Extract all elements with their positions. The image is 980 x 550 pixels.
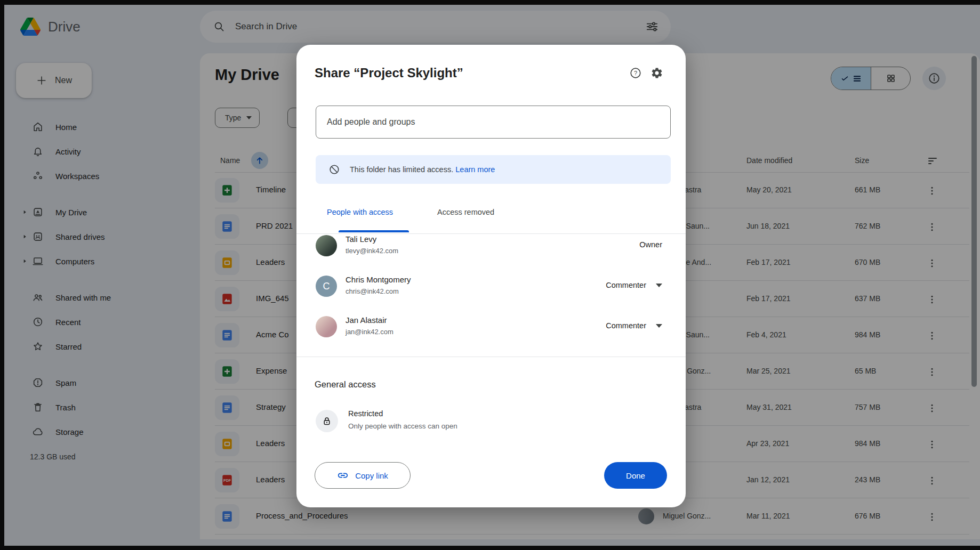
limited-access-banner: This folder has limited access. Learn mo…: [316, 155, 671, 184]
google-drive-app: Drive ?: [0, 0, 980, 550]
svg-text:?: ?: [634, 70, 637, 76]
block-icon: [328, 164, 340, 175]
tab-access-removed[interactable]: Access removed: [437, 208, 494, 216]
window-edge: [0, 0, 4, 550]
add-people-input[interactable]: [316, 106, 671, 139]
person-avatar: [316, 235, 337, 256]
general-access-description: Only people with access can open: [348, 422, 457, 430]
people-with-access-list: Tali Levy tlevy@ink42.com Owner C Chris …: [296, 225, 686, 347]
dialog-title: Share “Project Skylight”: [315, 66, 625, 80]
person-row: C Chris Montgomery chris@ink42.com Comme…: [296, 266, 686, 306]
lock-icon[interactable]: [316, 410, 338, 432]
share-settings-gear-icon[interactable]: [646, 62, 668, 84]
divider: [296, 357, 686, 357]
done-button[interactable]: Done: [604, 462, 667, 489]
dialog-header: Share “Project Skylight” ?: [315, 61, 668, 85]
person-row: Jan Alastair jan@ink42.com Commenter: [296, 306, 686, 347]
chevron-down-icon: [656, 284, 662, 287]
role-label-owner: Owner: [639, 240, 662, 249]
link-icon: [337, 470, 349, 481]
person-avatar: [316, 316, 337, 337]
window-edge: [0, 0, 980, 5]
banner-text: This folder has limited access.: [350, 165, 453, 174]
person-avatar: C: [316, 276, 337, 297]
window-edge: [0, 546, 980, 550]
share-help-icon[interactable]: ?: [625, 62, 646, 84]
learn-more-link[interactable]: Learn more: [455, 165, 495, 174]
copy-link-button[interactable]: Copy link: [315, 462, 411, 489]
person-row: Tali Levy tlevy@ink42.com Owner: [296, 225, 686, 266]
general-access-option[interactable]: Restricted: [348, 409, 383, 418]
tab-people-with-access[interactable]: People with access: [327, 208, 393, 216]
role-dropdown[interactable]: Commenter: [606, 321, 662, 330]
share-dialog: Share “Project Skylight” ? This folder h…: [296, 45, 686, 507]
role-dropdown[interactable]: Commenter: [606, 281, 662, 289]
chevron-down-icon: [656, 324, 662, 328]
general-access-heading: General access: [315, 379, 376, 390]
